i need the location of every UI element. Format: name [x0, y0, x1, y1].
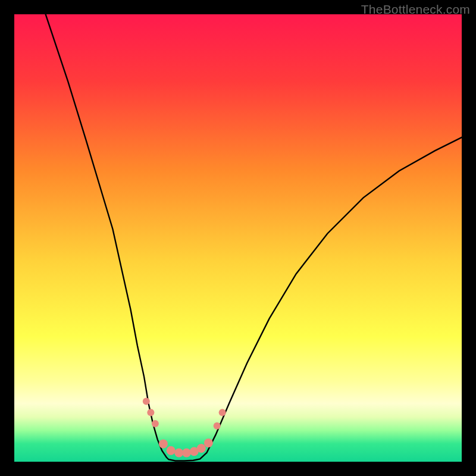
marker-dot: [204, 439, 213, 447]
gradient-background: [14, 14, 462, 462]
marker-dot: [147, 409, 154, 416]
marker-dot: [159, 439, 168, 448]
chart-frame: [14, 14, 462, 462]
marker-dot: [152, 420, 159, 427]
marker-dot: [143, 397, 150, 405]
marker-dot: [214, 422, 221, 430]
watermark-text: TheBottleneck.com: [361, 2, 470, 17]
marker-dot: [182, 448, 191, 457]
bottleneck-chart: [14, 14, 462, 462]
marker-dot: [219, 409, 226, 416]
marker-dot: [174, 448, 183, 457]
marker-dot: [167, 446, 176, 455]
marker-dot: [197, 444, 206, 453]
